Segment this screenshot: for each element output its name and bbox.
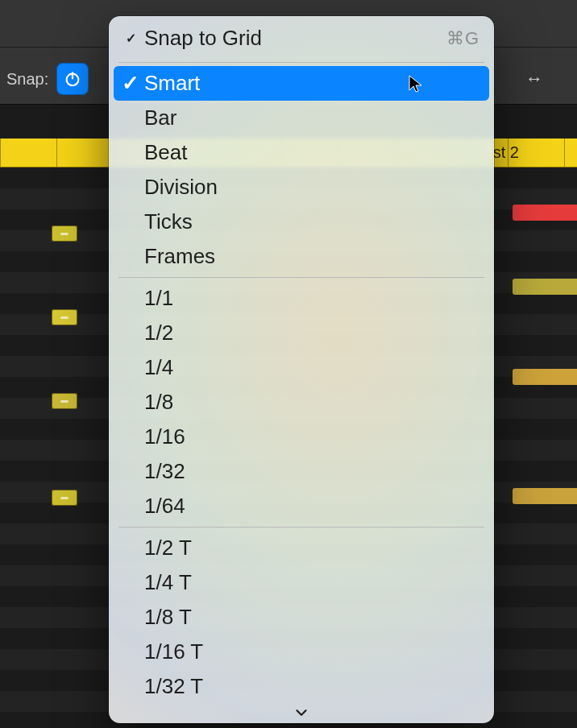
region-chip[interactable] (52, 490, 77, 506)
snap-power-button[interactable] (56, 63, 89, 95)
chevron-down-icon (293, 704, 310, 722)
menu-item-label: 1/32 (144, 459, 185, 484)
menu-item-label: Frames (144, 244, 215, 269)
region-handle-icon (60, 233, 68, 235)
snap-control: Snap: (6, 63, 89, 95)
menu-item[interactable]: ✓1/8 (109, 385, 494, 420)
power-icon (64, 70, 81, 88)
region-chip[interactable] (513, 279, 577, 295)
menu-separator (118, 62, 484, 63)
region-chip[interactable] (513, 369, 577, 385)
menu-item[interactable]: ✓1/64 (109, 489, 494, 523)
menu-item-label: 1/8 T (144, 605, 192, 630)
menu-item-label: Ticks (144, 209, 193, 234)
menu-item-label: 1/1 (144, 286, 173, 311)
menu-item-label: 1/64 (144, 494, 185, 519)
snap-menu-popover[interactable]: ✓ Snap to Grid ⌘G ✓Smart✓Bar✓Beat✓Divisi… (109, 16, 494, 723)
menu-separator (118, 527, 484, 527)
menu-item[interactable]: ✓1/1 (109, 281, 494, 316)
horizontal-arrows-icon: ↔ (525, 68, 543, 89)
region-chip[interactable] (52, 393, 77, 409)
menu-item[interactable]: ✓1/16 (109, 420, 494, 454)
svg-rect-1 (72, 72, 73, 79)
menu-item-label: 1/16 T (144, 639, 203, 664)
menu-item[interactable]: ✓1/32 T (109, 669, 494, 704)
menu-item-label: 1/8 (144, 390, 173, 415)
region-chip[interactable] (52, 309, 77, 325)
menu-item[interactable]: ✓Smart (114, 66, 489, 101)
ruler-marker-label: st 2 (493, 143, 519, 162)
menu-item[interactable]: ✓1/2 (109, 316, 494, 350)
menu-item-label: 1/16 (144, 424, 185, 449)
horizontal-tool-button[interactable]: ↔ (517, 63, 572, 95)
menu-body: ✓Smart✓Bar✓Beat✓Division✓Ticks✓Frames✓1/… (109, 66, 494, 704)
menu-item-label: 1/32 T (144, 674, 203, 699)
check-icon: ✓ (123, 71, 138, 96)
menu-item[interactable]: ✓1/2 T (109, 531, 494, 565)
menu-shortcut: ⌘G (446, 28, 479, 49)
region-chip[interactable] (52, 225, 77, 242)
region-handle-icon (60, 400, 68, 403)
menu-item[interactable]: ✓Frames (109, 239, 494, 274)
menu-item[interactable]: ✓1/16 T (109, 635, 494, 669)
menu-item-label: 1/2 T (144, 536, 192, 560)
menu-item-label: Bar (144, 105, 176, 130)
check-icon: ✓ (123, 31, 138, 46)
app-root: Snap: ↔ st 2 ✓ Snap to Grid (0, 0, 577, 728)
region-chip[interactable] (513, 205, 577, 221)
menu-item[interactable]: ✓Bar (109, 101, 494, 135)
menu-scroll-indicator[interactable] (109, 704, 494, 722)
region-chip[interactable] (513, 488, 577, 504)
menu-item[interactable]: ✓Division (109, 170, 494, 205)
region-handle-icon (60, 316, 68, 319)
menu-separator (118, 277, 484, 278)
menu-item[interactable]: ✓1/8 T (109, 600, 494, 635)
region-handle-icon (60, 497, 68, 499)
menu-item-label: 1/2 (144, 321, 173, 345)
snap-label: Snap: (6, 70, 48, 89)
menu-item-label: Division (144, 175, 218, 200)
menu-item-label: Beat (144, 140, 188, 165)
menu-item[interactable]: ✓1/4 (109, 350, 494, 385)
menu-item-label: 1/4 (144, 355, 173, 380)
menu-title[interactable]: Snap to Grid (144, 26, 262, 51)
menu-item[interactable]: ✓1/4 T (109, 565, 494, 600)
menu-header: ✓ Snap to Grid ⌘G (109, 19, 494, 59)
menu-item[interactable]: ✓1/32 (109, 454, 494, 489)
menu-item-label: 1/4 T (144, 570, 192, 595)
menu-item-label: Smart (144, 71, 200, 96)
menu-item[interactable]: ✓Beat (109, 135, 494, 170)
menu-item[interactable]: ✓Ticks (109, 205, 494, 239)
